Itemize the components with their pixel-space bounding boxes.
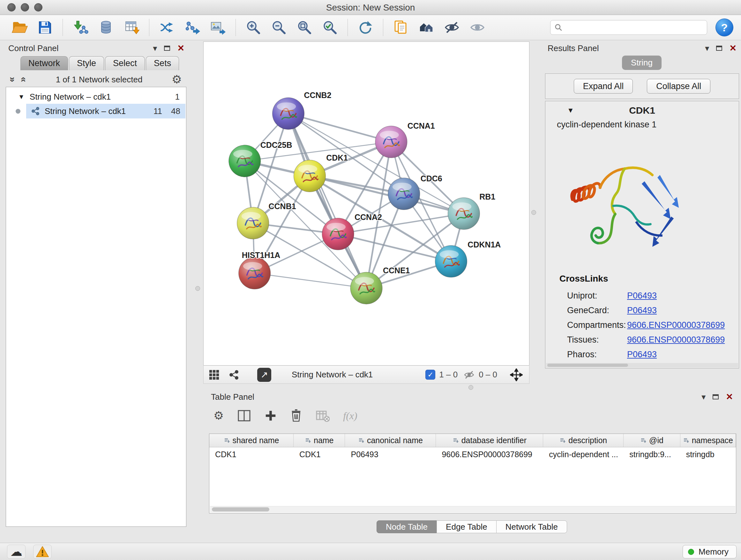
control-panel-menu-icon[interactable]: ▾ [153,44,157,52]
column-header-canonical-name[interactable]: canonical name [345,434,436,447]
node-CDKN1A[interactable]: CDKN1A [435,240,501,277]
export-image-button[interactable] [206,17,230,38]
collection-expand-icon[interactable]: ▼ [18,93,24,101]
tab-style[interactable]: Style [69,56,104,70]
zoom-fit-button[interactable] [293,17,316,38]
network-collection-row[interactable]: ▼ String Network – cdk1 1 [7,90,185,104]
column-header-namespace[interactable]: namespace [680,434,736,447]
string-results-tab[interactable]: String [622,56,662,70]
tab-network-table[interactable]: Network Table [496,520,567,533]
results-panel-menu-icon[interactable]: ▾ [705,44,709,52]
tab-select[interactable]: Select [105,56,145,70]
results-panel-close-icon[interactable]: ✕ [729,44,737,53]
crosslink-value-link[interactable]: P06493 [627,350,657,360]
network-view-canvas[interactable]: CCNB2CCNA1CDC25BCDK1CDC6RB1CCNB1CCNA2CDK… [203,42,529,366]
crosslinks-list: Uniprot:P06493GeneCard:P06493Compartment… [567,288,734,362]
table-cell[interactable]: stringdb:9... [623,450,680,459]
expand-all-button[interactable]: Expand All [574,79,633,94]
edge-CCNB2-CCNE1[interactable] [288,114,366,288]
node-label-CDKN1A: CDKN1A [468,240,501,249]
table-panel-menu-icon[interactable]: ▾ [701,393,705,401]
table-cell[interactable]: 9606.ENSP00000378699 [436,450,543,459]
cloud-status-button[interactable]: ☁ [7,545,25,559]
node-RB1[interactable]: RB1 [448,192,495,230]
tab-edge-table[interactable]: Edge Table [436,520,496,533]
show-all-button[interactable] [466,17,489,38]
tab-sets[interactable]: Sets [146,56,179,70]
crosslink-value-link[interactable]: 9606.ENSP00000378699 [627,335,725,345]
cybrowser-home-button[interactable] [414,17,438,38]
network-row-selected[interactable]: String Network – cdk1 11 48 [26,104,185,118]
node-CCNA1[interactable]: CCNA1 [375,121,435,158]
hidden-eye-slash-icon[interactable] [463,369,475,381]
column-header-name[interactable]: name [293,434,345,447]
import-network-database-button[interactable] [94,17,118,38]
network-row[interactable]: String Network – cdk1 11 48 [7,104,185,118]
hide-selected-button[interactable] [440,17,464,38]
tab-network[interactable]: Network [20,56,68,70]
warnings-button[interactable] [33,545,52,559]
add-column-icon[interactable] [265,410,277,422]
node-HIST1H1A[interactable]: HIST1H1A [239,251,280,289]
node-CCNB1[interactable]: CCNB1 [237,202,296,239]
open-session-button[interactable] [8,17,31,38]
table-cell[interactable]: stringdb [680,450,736,459]
copy-document-button[interactable] [389,17,413,38]
collapse-all-networks-icon[interactable]: « [18,77,29,82]
save-session-button[interactable] [33,17,57,38]
column-header-shared-name[interactable]: shared name [209,434,293,447]
table-row[interactable]: CDK1CDK1P064939606.ENSP00000378699cyclin… [209,447,736,461]
import-table-file-button[interactable] [120,17,143,38]
protein-collapse-icon[interactable]: ▼ [567,106,574,115]
export-network-button[interactable] [181,17,204,38]
check-icon: ✓ [428,371,433,379]
crosslink-value-link[interactable]: P06493 [627,306,657,315]
zoom-selected-button[interactable] [318,17,342,38]
column-header-database-identifier[interactable]: database identifier [436,434,543,447]
selected-nodes-checkbox[interactable]: ✓ [425,370,435,380]
control-panel-float-icon[interactable] [164,46,170,51]
column-header--id[interactable]: @id [623,434,680,447]
network-overview-icon[interactable] [228,369,239,380]
table-cell[interactable]: CDK1 [209,450,293,459]
table-panel-close-icon[interactable]: ✕ [726,393,733,401]
table-horizontal-scrollbar[interactable] [210,506,735,512]
new-network-from-selection-button[interactable] [155,17,179,38]
table-panel-float-icon[interactable] [713,394,719,399]
collapse-all-button[interactable]: Collapse All [647,79,711,94]
results-horizontal-scrollbar[interactable] [546,363,738,368]
node-CDK1[interactable]: CDK1 [293,153,348,192]
column-header-description[interactable]: description [543,434,623,447]
network-options-gear-icon[interactable]: ⚙ [172,74,182,85]
import-network-icon [72,19,89,36]
table-cell[interactable]: cyclin-dependent ... [543,450,623,459]
table-cell[interactable]: P06493 [345,450,436,459]
pan-view-icon[interactable] [510,368,523,381]
left-splitter-handle[interactable] [195,286,200,291]
tab-node-table[interactable]: Node Table [377,520,437,533]
right-splitter-handle[interactable] [531,210,536,215]
birdseye-view-icon[interactable] [209,369,219,380]
help-button[interactable]: ? [716,18,733,37]
search-input[interactable] [566,23,703,33]
node-CDC25B[interactable]: CDC25B [229,140,292,177]
table-cell[interactable]: CDK1 [293,450,345,459]
crosslink-value-link[interactable]: 9606.ENSP00000378699 [627,320,725,330]
table-settings-gear-icon[interactable]: ⚙ [213,410,224,422]
zoom-out-button[interactable] [267,17,291,38]
crosslink-value-link[interactable]: P06493 [627,291,657,301]
horizontal-splitter-handle[interactable] [468,385,473,390]
zoom-in-button[interactable] [242,17,265,38]
control-panel-close-icon[interactable]: ✕ [177,44,185,53]
expand-all-networks-icon[interactable]: » [7,77,18,82]
scrollbar-thumb[interactable] [212,507,269,511]
import-network-file-button[interactable] [69,17,92,38]
show-columns-icon[interactable] [237,409,251,422]
delete-column-trash-icon[interactable] [290,409,302,422]
export-view-button[interactable]: ↗ [257,368,271,382]
refresh-view-button[interactable] [354,17,377,38]
scrollbar-thumb[interactable] [547,364,628,367]
memory-button[interactable]: Memory [683,545,737,558]
edge-HIST1H1A-CCNE1[interactable] [255,273,366,288]
results-panel-float-icon[interactable] [716,46,722,51]
